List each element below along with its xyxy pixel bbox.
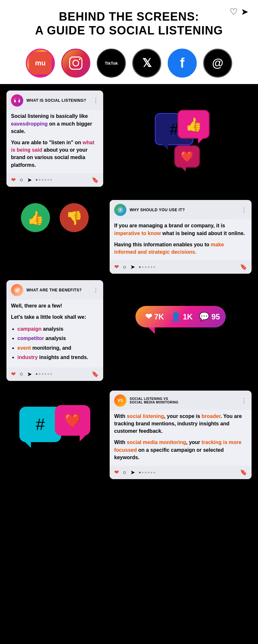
- speech-bubbles-right: # 👍 ❤️: [110, 90, 252, 187]
- thumbs-section: 👍 👎: [6, 194, 103, 242]
- magenta-bubble: ❤️: [55, 405, 90, 436]
- post3-avatar: [11, 284, 23, 296]
- dot-6: [50, 179, 52, 181]
- post4-heart-btn[interactable]: ❤: [114, 469, 119, 476]
- stat-person-count: 1K: [183, 312, 193, 321]
- post2-para2: Having this information enables you to m…: [114, 241, 247, 256]
- post4-para2: With social media monitoring, your track…: [114, 439, 247, 461]
- post4-title1: SOCIAL LISTENING VS: [130, 397, 178, 401]
- header-action-icons: ♡ ➤: [230, 6, 248, 17]
- facebook-label: f: [180, 55, 184, 71]
- post4-link3[interactable]: social media monitoring: [127, 440, 186, 445]
- post1-pagination: [36, 179, 52, 181]
- post4-share-btn[interactable]: ➤: [130, 469, 135, 476]
- post4-p2-mid: , your: [186, 440, 202, 445]
- post4-bookmark-btn[interactable]: 🔖: [240, 469, 247, 476]
- logo-x[interactable]: 𝕏: [132, 49, 161, 78]
- post4-link1[interactable]: social listening: [127, 413, 164, 419]
- list-item-industry: industry insights and trends.: [17, 353, 99, 362]
- post1-header-left: WHAT IS SOCIAL LISTENING?: [11, 94, 86, 107]
- heart-bubble: ❤️: [174, 145, 200, 168]
- post2-bookmark-btn[interactable]: 🔖: [240, 263, 247, 270]
- post1-link1[interactable]: eavesdropping: [11, 121, 48, 127]
- post2-heart-btn[interactable]: ❤: [114, 263, 119, 270]
- benefits-icon: [14, 287, 21, 294]
- threads-label: @: [212, 56, 223, 70]
- post2-link1[interactable]: imperative to know: [114, 231, 161, 236]
- post2-para1: If you are managing a brand or company, …: [114, 222, 247, 237]
- post2-p2-text: Having this information enables you to: [114, 242, 211, 247]
- post4-header-left: VS SOCIAL LISTENING VS SOCIAL MEDIA MONI…: [114, 394, 178, 407]
- post4-avatar: VS: [114, 394, 126, 407]
- post3-heart-btn[interactable]: ❤: [11, 371, 16, 378]
- post3-comment-btn[interactable]: ○: [20, 371, 23, 377]
- post1-comment-btn[interactable]: ○: [20, 176, 23, 183]
- stats-bubble: ❤ 7K 👤 1K 💬 95: [135, 306, 226, 327]
- post4-p2-start: With: [114, 440, 127, 445]
- row-3: WHAT ARE THE BENEFITS? ⋮ Well, there are…: [6, 280, 252, 381]
- dot-3: [145, 266, 146, 268]
- dot-3: [42, 373, 43, 375]
- stats-container: ❤ 7K 👤 1K 💬 95: [110, 280, 252, 340]
- post3-menu[interactable]: ⋮: [93, 287, 99, 294]
- dot-4: [45, 373, 46, 375]
- post1-body: Social listening is basically like eaves…: [6, 110, 103, 173]
- post2-share-btn[interactable]: ➤: [130, 263, 135, 270]
- post4-title2: SOCIAL MEDIA MONITORING: [130, 401, 178, 404]
- post3-para1: Well, there are a few!: [11, 302, 99, 309]
- post1-bookmark-btn[interactable]: 🔖: [92, 176, 99, 184]
- post2-pagination: [139, 266, 155, 268]
- logo-instagram[interactable]: [61, 49, 90, 78]
- dot-4: [148, 266, 149, 268]
- dot-4: [148, 472, 149, 473]
- mu-inner: mu: [29, 52, 52, 74]
- post4-footer: ❤ ○ ➤ 🔖: [110, 466, 252, 479]
- svg-text:?: ?: [119, 208, 121, 213]
- post2-body: If you are managing a brand or company, …: [110, 219, 252, 260]
- dot-5: [47, 373, 49, 375]
- stat-heart-count: 7K: [154, 312, 164, 321]
- heart-icon[interactable]: ♡: [230, 6, 238, 17]
- dot-2: [142, 472, 144, 473]
- post1-header: WHAT IS SOCIAL LISTENING? ⋮: [6, 90, 103, 110]
- post-card-4: VS SOCIAL LISTENING VS SOCIAL MEDIA MONI…: [110, 391, 252, 479]
- post-card-3: WHAT ARE THE BENEFITS? ⋮ Well, there are…: [6, 280, 103, 381]
- post3-share-btn[interactable]: ➤: [27, 371, 32, 378]
- logos-row: mu TikTok 𝕏 f @: [0, 44, 258, 84]
- post1-p1-text: Social listening is basically like: [11, 113, 88, 119]
- thumbs-down-btn[interactable]: 👎: [60, 203, 89, 232]
- post1-heart-btn[interactable]: ❤: [11, 176, 16, 184]
- dot-6: [154, 266, 155, 268]
- post4-actions: ❤ ○ ➤: [114, 469, 155, 476]
- post2-p1-end: what is being said about it online.: [161, 231, 245, 236]
- dot-5: [151, 472, 152, 473]
- post2-menu[interactable]: ⋮: [241, 206, 247, 213]
- post4-comment-btn[interactable]: ○: [123, 469, 126, 476]
- logo-threads[interactable]: @: [203, 49, 232, 78]
- color-bubbles-area: # ❤️: [6, 387, 103, 452]
- post4-wrapper: VS SOCIAL LISTENING VS SOCIAL MEDIA MONI…: [110, 391, 252, 479]
- headphones-icon: [13, 97, 21, 104]
- logo-facebook[interactable]: f: [168, 49, 197, 78]
- svg-point-1: [73, 60, 79, 66]
- thumbs-up-icon: 👍: [27, 210, 44, 226]
- post1-menu[interactable]: ⋮: [93, 97, 99, 104]
- logo-tiktok[interactable]: TikTok: [97, 49, 126, 78]
- stat-comment-count: 95: [211, 312, 220, 321]
- post3-bookmark-btn[interactable]: 🔖: [92, 371, 99, 378]
- logo-mu[interactable]: mu: [26, 49, 55, 78]
- post2-comment-btn[interactable]: ○: [123, 264, 126, 270]
- svg-point-2: [79, 59, 81, 60]
- thumbs-up-btn[interactable]: 👍: [21, 203, 50, 232]
- stat-heart-icon: ❤: [145, 312, 152, 322]
- tiktok-label: TikTok: [105, 61, 118, 66]
- dot-2: [39, 373, 40, 375]
- post1-title: WHAT IS SOCIAL LISTENING?: [26, 98, 86, 103]
- row-1: WHAT IS SOCIAL LISTENING? ⋮ Social liste…: [6, 90, 252, 187]
- dot-6: [154, 472, 155, 473]
- post4-menu[interactable]: ⋮: [241, 397, 247, 404]
- post1-share-btn[interactable]: ➤: [27, 176, 32, 184]
- share-icon[interactable]: ➤: [241, 6, 248, 17]
- post3-title: WHAT ARE THE BENEFITS?: [26, 288, 82, 292]
- post4-link2[interactable]: broader: [202, 413, 221, 419]
